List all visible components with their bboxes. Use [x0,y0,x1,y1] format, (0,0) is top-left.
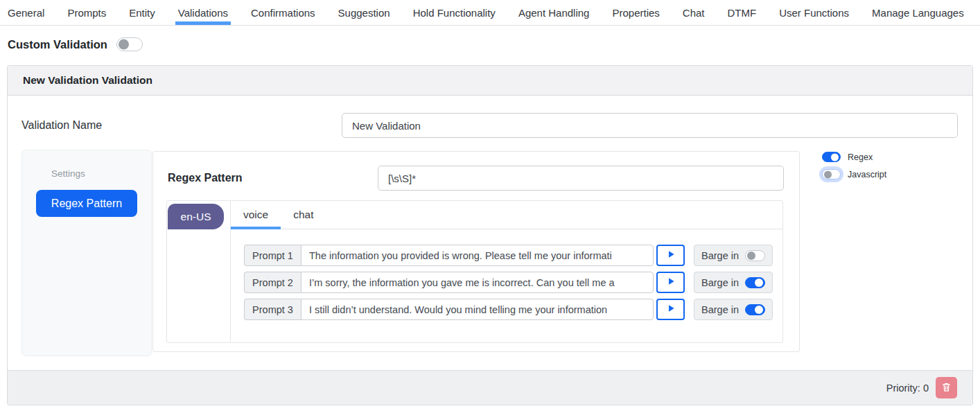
prompt-row-1: Prompt 1 Barge in [244,245,782,266]
tab-chat[interactable]: Chat [683,0,705,25]
sidebar-item-regex-pattern[interactable]: Regex Pattern [36,190,137,217]
regex-pattern-row: Regex Pattern [168,166,784,191]
toggle-knob [747,252,755,260]
custom-validation-row: Custom Validation [8,37,980,51]
toggle-knob [755,279,763,287]
prompts-card: en-US voice chat Prompt 1 Barg [166,200,783,343]
barge-in-group-1: Barge in [694,245,773,266]
tab-chat-channel[interactable]: chat [281,201,326,229]
prompt-1-input[interactable] [301,245,654,266]
settings-sidebar: Settings Regex Pattern [21,150,152,356]
regex-pattern-label: Regex Pattern [168,172,243,184]
toggle-knob [824,170,832,178]
play-icon [666,249,676,261]
top-tab-bar: General Prompts Entity Validations Confi… [0,0,980,26]
language-tab-en-us[interactable]: en-US [168,204,224,229]
prompt-2-label: Prompt 2 [244,272,301,293]
prompt-3-label: Prompt 3 [244,299,301,320]
toggle-knob [119,39,129,50]
settings-title: Settings [51,168,151,179]
tab-general[interactable]: General [8,0,44,25]
barge-in-label: Barge in [701,277,739,288]
tab-prompts[interactable]: Prompts [67,0,106,25]
tab-voice[interactable]: voice [231,201,281,229]
validation-name-row: Validation Name [21,113,958,138]
language-column-spacer [167,229,231,342]
validation-name-input[interactable] [342,113,958,138]
play-prompt-1-button[interactable] [656,245,685,266]
regex-settings-card: Regex Pattern en-US voice chat Prompt 1 [152,151,800,352]
tab-suggestion[interactable]: Suggestion [338,0,390,25]
regex-toggle-label: Regex [848,152,873,162]
validation-panel: New Validation Validation Validation Nam… [7,65,973,405]
barge-in-group-2: Barge in [694,272,773,293]
tab-confirmations[interactable]: Confirmations [251,0,315,25]
regex-pattern-input[interactable] [378,166,784,191]
play-prompt-3-button[interactable] [656,299,685,320]
custom-validation-toggle[interactable] [116,37,143,51]
tab-user-functions[interactable]: User Functions [779,0,849,25]
barge-in-toggle-2[interactable] [745,277,765,288]
validation-name-label: Validation Name [21,119,102,132]
language-tab-column: en-US [167,201,231,229]
panel-body: Validation Name Settings Regex Pattern R… [8,96,972,370]
delete-validation-button[interactable] [936,377,957,398]
tab-dtmf[interactable]: DTMF [728,0,757,25]
javascript-toggle-label: Javascript [848,170,886,179]
barge-in-toggle-3[interactable] [745,304,765,315]
tab-validations[interactable]: Validations [178,0,228,25]
tab-hold-functionality[interactable]: Hold Functionality [413,0,496,25]
tab-agent-handling[interactable]: Agent Handling [518,0,590,25]
play-icon [666,276,676,288]
tab-manage-languages[interactable]: Manage Languages [872,0,964,25]
prompt-row-2: Prompt 2 Barge in [244,272,782,293]
regex-toggle[interactable] [822,152,841,162]
tab-properties[interactable]: Properties [612,0,659,25]
panel-footer: Priority: 0 [8,370,972,405]
prompt-row-3: Prompt 3 Barge in [244,299,782,320]
prompts-list: Prompt 1 Barge in Prompt 2 [231,229,782,342]
play-prompt-2-button[interactable] [656,272,685,293]
panel-title: New Validation Validation [23,74,152,87]
prompt-2-input[interactable] [301,272,654,293]
javascript-toggle-row: Javascript [822,169,886,179]
javascript-toggle[interactable] [822,169,841,179]
regex-toggle-row: Regex [822,152,886,162]
prompt-3-input[interactable] [301,299,654,320]
play-icon [666,304,676,315]
barge-in-label: Barge in [701,250,739,261]
toggle-knob [831,153,839,161]
channel-tab-bar: voice chat [231,201,782,229]
barge-in-group-3: Barge in [694,299,773,320]
barge-in-toggle-1[interactable] [745,250,765,261]
barge-in-label: Barge in [701,304,739,315]
priority-label: Priority: 0 [886,383,929,394]
prompt-1-label: Prompt 1 [244,245,301,266]
panel-header: New Validation Validation [8,66,972,96]
trash-icon [941,382,952,394]
toggle-knob [755,306,763,314]
tab-entity[interactable]: Entity [129,0,155,25]
validation-type-toggles: Regex Javascript [822,152,886,179]
custom-validation-label: Custom Validation [8,38,107,51]
